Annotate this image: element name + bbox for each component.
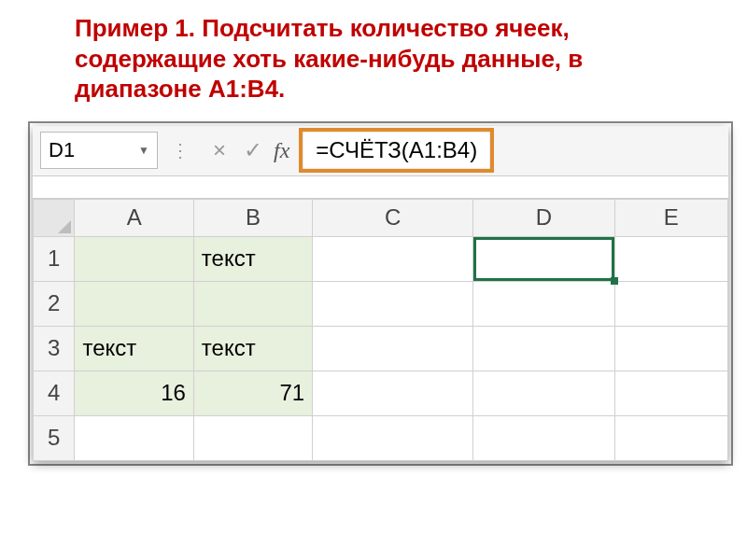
table-row: 3 текст текст — [34, 326, 728, 371]
cell-A5[interactable] — [75, 415, 193, 460]
spreadsheet-grid[interactable]: A B C D E 1 текст 2 — [33, 199, 728, 461]
cell-A3[interactable]: текст — [75, 326, 193, 371]
cell-E3[interactable] — [614, 326, 727, 371]
cell-A4[interactable]: 16 — [75, 371, 193, 415]
toolbar-spacer — [33, 176, 728, 199]
cell-B2[interactable] — [193, 281, 312, 326]
row-header-5[interactable]: 5 — [34, 415, 75, 460]
col-header-C[interactable]: C — [313, 199, 473, 236]
row-header-4[interactable]: 4 — [34, 371, 75, 415]
name-box-value: D1 — [49, 138, 75, 162]
table-row: 2 — [34, 281, 728, 326]
col-header-A[interactable]: A — [75, 199, 193, 236]
cell-E4[interactable] — [614, 371, 727, 415]
page-title: Пример 1. Подсчитать количество ячеек, с… — [0, 0, 747, 112]
cell-C2[interactable] — [313, 281, 473, 326]
confirm-formula-button[interactable]: ✓ — [236, 137, 270, 163]
cell-E2[interactable] — [614, 281, 727, 326]
formula-input[interactable]: =СЧЁТЗ(A1:B4) — [299, 128, 494, 173]
row-header-3[interactable]: 3 — [34, 326, 75, 371]
excel-wrapper: D1 ▼ ⋮ × ✓ fx =СЧЁТЗ(A1:B4) A B C D E — [28, 121, 733, 466]
col-header-D[interactable]: D — [473, 199, 615, 236]
row-header-2[interactable]: 2 — [34, 281, 75, 326]
col-header-B[interactable]: B — [193, 199, 312, 236]
cell-D4[interactable] — [473, 371, 615, 415]
cell-E1[interactable] — [614, 236, 727, 281]
cell-D2[interactable] — [473, 281, 615, 326]
table-row: 5 — [34, 415, 728, 460]
cell-B1[interactable]: текст — [193, 236, 312, 281]
cell-B5[interactable] — [193, 415, 312, 460]
col-header-E[interactable]: E — [614, 199, 727, 236]
fx-icon[interactable]: fx — [274, 138, 289, 163]
cell-D5[interactable] — [473, 415, 615, 460]
cell-A1[interactable] — [75, 236, 193, 281]
cell-B4[interactable]: 71 — [193, 371, 312, 415]
cell-C4[interactable] — [313, 371, 473, 415]
formula-bar: D1 ▼ ⋮ × ✓ fx =СЧЁТЗ(A1:B4) — [33, 126, 728, 176]
cell-E5[interactable] — [614, 415, 727, 460]
row-header-1[interactable]: 1 — [34, 236, 75, 281]
table-row: 1 текст — [34, 236, 728, 281]
cancel-formula-button[interactable]: × — [203, 137, 236, 163]
cell-C3[interactable] — [313, 326, 473, 371]
separator-icon: ⋮ — [171, 139, 190, 161]
cell-B3[interactable]: текст — [193, 326, 312, 371]
table-row: 4 16 71 — [34, 371, 728, 415]
cell-C1[interactable] — [313, 236, 473, 281]
select-all-corner[interactable] — [34, 199, 75, 236]
cell-A2[interactable] — [75, 281, 193, 326]
cell-D1[interactable] — [473, 236, 615, 281]
excel-screenshot: D1 ▼ ⋮ × ✓ fx =СЧЁТЗ(A1:B4) A B C D E — [33, 126, 728, 461]
name-box[interactable]: D1 ▼ — [40, 132, 158, 169]
chevron-down-icon[interactable]: ▼ — [138, 144, 149, 157]
cell-D3[interactable] — [473, 326, 615, 371]
cell-C5[interactable] — [313, 415, 473, 460]
